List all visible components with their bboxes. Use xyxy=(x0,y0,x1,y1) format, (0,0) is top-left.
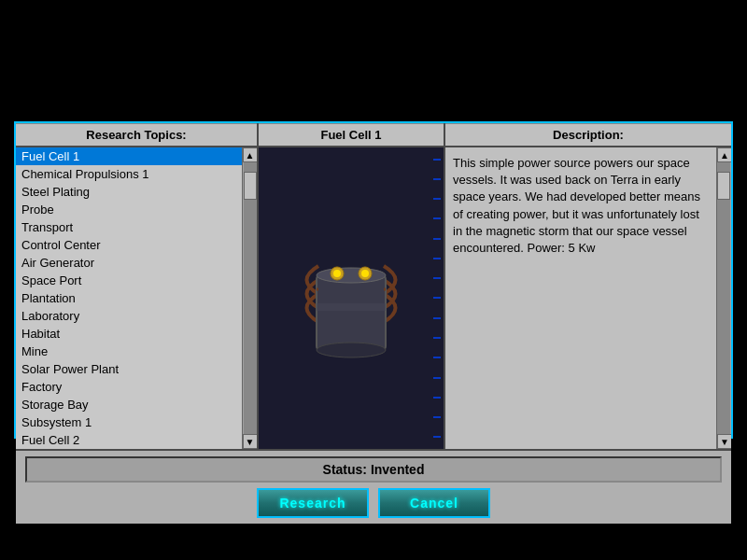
blue-line-decorations xyxy=(430,147,444,449)
description-text: This simple power source powers our spac… xyxy=(445,147,716,449)
list-item[interactable]: Transport xyxy=(16,218,242,236)
list-item[interactable]: Laboratory xyxy=(16,307,242,325)
list-item[interactable]: Factory xyxy=(16,378,242,396)
fuel-cell-image xyxy=(290,229,412,369)
list-item[interactable]: Subsystem 1 xyxy=(16,413,242,431)
desc-scroll-track xyxy=(717,162,730,434)
list-scrollbar[interactable]: ▲ ▼ xyxy=(242,147,257,449)
list-item[interactable]: Probe xyxy=(16,201,242,218)
list-item[interactable]: Chemical Propulsions 1 xyxy=(16,165,242,183)
list-item[interactable]: Habitat xyxy=(16,325,242,343)
cancel-button[interactable]: Cancel xyxy=(378,488,490,518)
research-dialog: Research Topics: Fuel Cell 1Chemical Pro… xyxy=(14,121,733,439)
svg-point-1 xyxy=(317,268,386,283)
middle-panel: Fuel Cell 1 xyxy=(259,123,445,449)
desc-scroll-down[interactable]: ▼ xyxy=(717,434,731,449)
desc-scroll-thumb[interactable] xyxy=(717,172,730,200)
list-item[interactable]: Space Port xyxy=(16,272,242,289)
list-item[interactable]: Plantation xyxy=(16,289,242,307)
svg-point-2 xyxy=(317,343,386,357)
list-item[interactable]: Steel Plating xyxy=(16,183,242,201)
list-item[interactable]: Control Center xyxy=(16,236,242,254)
desc-scrollbar[interactable]: ▲ ▼ xyxy=(716,147,731,449)
right-panel-header: Description: xyxy=(445,123,731,147)
list-item[interactable]: Air Generator xyxy=(16,254,242,272)
list-item[interactable]: Fuel Cell 2 xyxy=(16,431,242,449)
button-row: Research Cancel xyxy=(25,488,722,518)
svg-rect-3 xyxy=(317,303,386,311)
svg-rect-0 xyxy=(317,275,386,350)
desc-scroll-up[interactable]: ▲ xyxy=(717,147,731,162)
item-display xyxy=(259,147,444,449)
svg-point-6 xyxy=(333,270,341,277)
list-item[interactable]: Fuel Cell 1 xyxy=(16,147,242,165)
research-button[interactable]: Research xyxy=(257,488,369,518)
right-panel: Description: This simple power source po… xyxy=(445,123,731,449)
left-panel-header: Research Topics: xyxy=(16,123,257,147)
svg-point-7 xyxy=(361,270,369,277)
middle-panel-header: Fuel Cell 1 xyxy=(259,123,444,147)
list-item[interactable]: Solar Power Plant xyxy=(16,360,242,378)
bottom-area: Status: Invented Research Cancel xyxy=(16,451,731,524)
scroll-track xyxy=(244,162,257,434)
scroll-thumb[interactable] xyxy=(244,172,257,200)
left-panel: Research Topics: Fuel Cell 1Chemical Pro… xyxy=(16,123,259,449)
scroll-up-arrow[interactable]: ▲ xyxy=(243,147,258,162)
scroll-down-arrow[interactable]: ▼ xyxy=(243,434,258,449)
list-item[interactable]: Storage Bay xyxy=(16,396,242,413)
research-topics-list: Fuel Cell 1Chemical Propulsions 1Steel P… xyxy=(16,147,242,449)
status-bar: Status: Invented xyxy=(25,456,722,483)
list-item[interactable]: Mine xyxy=(16,343,242,360)
